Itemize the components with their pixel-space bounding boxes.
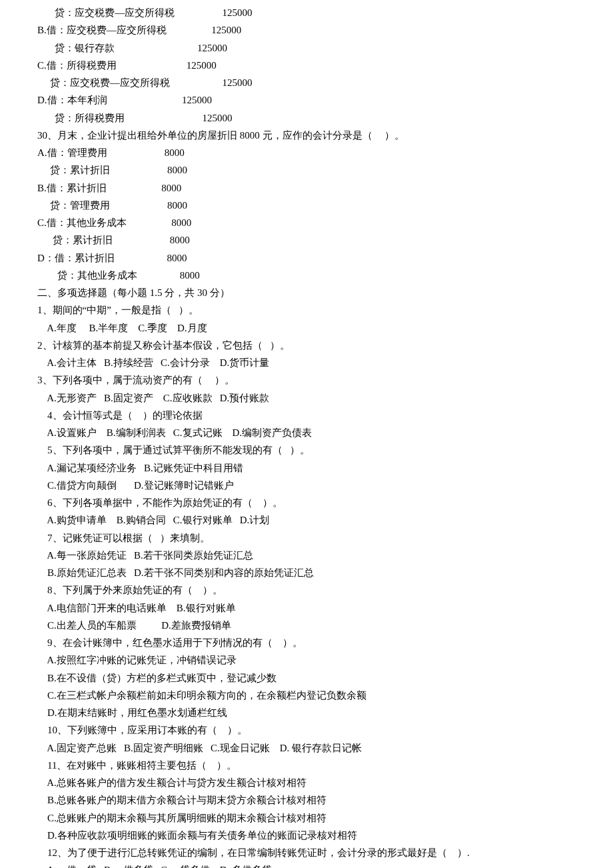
text-line: 贷：累计折旧 8000 (37, 231, 576, 249)
text-line: 贷：管理费用 8000 (37, 197, 576, 214)
text-line: A.漏记某项经济业务 B.记账凭证中科目用错 (37, 459, 576, 477)
text-line: 贷：应交税费—应交所得税 125000 (37, 74, 576, 91)
text-line: B.借：应交税费—应交所得税 125000 (37, 21, 576, 39)
text-line: A.每一张原始凭证 B.若干张同类原始凭证汇总 (37, 547, 576, 564)
text-line: B.借：累计折旧 8000 (37, 179, 576, 197)
text-line: D.各种应收款项明细账的账面余额与有关债务单位的账面记录核对相符 (37, 827, 576, 844)
text-line: A.无形资产 B.固定资产 C.应收账款 D.预付账款 (37, 389, 576, 407)
text-line: B.总账各账户的期末借方余额合计与期末贷方余额合计核对相符 (37, 791, 576, 809)
text-line: 9、在会计账簿中，红色墨水适用于下列情况的有（ ）。 (37, 634, 576, 651)
text-line: 1、期间的“中期”，一般是指（ ）。 (37, 301, 576, 319)
text-line: 贷：银行存款 125000 (37, 39, 576, 57)
text-line: 贷：所得税费用 125000 (37, 109, 576, 127)
text-line: A.会计主体 B.持续经营 C.会计分录 D.货币计量 (37, 354, 576, 371)
text-line: A.借：管理费用 8000 (37, 144, 576, 161)
text-line: 贷：应交税费—应交所得税 125000 (37, 4, 576, 21)
text-line: A.购货申请单 B.购销合同 C.银行对账单 D.计划 (37, 511, 576, 529)
text-line: C.借：所得税费用 125000 (37, 57, 576, 74)
text-line: 6、下列各项单据中，不能作为原始凭证的有（ ）。 (37, 494, 576, 511)
text-line: C.借贷方向颠倒 D.登记账簿时记错账户 (37, 477, 576, 494)
text-line: C.在三栏式帐户余额栏前如未印明余额方向的，在余额栏内登记负数余额 (37, 687, 576, 704)
text-line: 二、多项选择题（每小题 1.5 分，共 30 分） (37, 284, 576, 301)
text-line: A.按照红字冲账的记账凭证，冲销错误记录 (37, 651, 576, 669)
text-line: 2、计核算的基本前提又称会计基本假设，它包括（ ）。 (37, 337, 576, 354)
text-line: C.借：其他业务成本 8000 (37, 214, 576, 231)
text-line: 3、下列各项中，属于流动资产的有（ ）。 (37, 371, 576, 389)
text-line: A.一借一贷 B.一借多贷 C.一贷多借 D. 多借多贷 (37, 861, 576, 868)
text-line: 10、下列账簿中，应采用订本账的有（ ）。 (37, 721, 576, 739)
text-line: A.总账各账户的借方发生额合计与贷方发生额合计核对相符 (37, 774, 576, 791)
text-line: A.固定资产总账 B.固定资产明细账 C.现金日记账 D. 银行存款日记帐 (37, 739, 576, 757)
text-line: 12、为了便于进行汇总转账凭证的编制，在日常编制转账凭证时，会计分录的形式最好是… (37, 844, 576, 861)
text-line: D.在期末结账时，用红色墨水划通栏红线 (37, 704, 576, 721)
text-line: D：借：累计折旧 8000 (37, 249, 576, 267)
text-line: 7、记账凭证可以根据（ ）来填制。 (37, 529, 576, 547)
text-line: D.借：本年利润 125000 (37, 91, 576, 109)
text-line: A.电信部门开来的电话账单 B.银行对账单 (37, 599, 576, 617)
text-line: A.年度 B.半年度 C.季度 D.月度 (37, 319, 576, 337)
text-line: 30、月末，企业计提出租给外单位的房屋折旧 8000 元，应作的会计分录是（ ）… (37, 127, 576, 144)
text-line: 5、下列各项中，属于通过试算平衡所不能发现的有（ ）。 (37, 441, 576, 459)
text-line: 8、下列属于外来原始凭证的有（ ）。 (37, 581, 576, 599)
text-line: 贷：累计折旧 8000 (37, 161, 576, 179)
text-line: B.原始凭证汇总表 D.若干张不同类别和内容的原始凭证汇总 (37, 564, 576, 581)
text-line: A.设置账户 B.编制利润表 C.复式记账 D.编制资产负债表 (37, 424, 576, 441)
text-line: C.总账账户的期末余额与其所属明细账的期末余额合计核对相符 (37, 809, 576, 827)
text-line: C.出差人员的车船票 D.差旅费报销单 (37, 617, 576, 634)
text-line: 11、在对账中，账账相符主要包括（ ）。 (37, 757, 576, 774)
text-line: 4、会计恒等式是（ ）的理论依据 (37, 407, 576, 424)
text-line: 贷：其他业务成本 8000 (37, 267, 576, 284)
text-line: B.在不设借（贷）方栏的多栏式账页中，登记减少数 (37, 669, 576, 687)
